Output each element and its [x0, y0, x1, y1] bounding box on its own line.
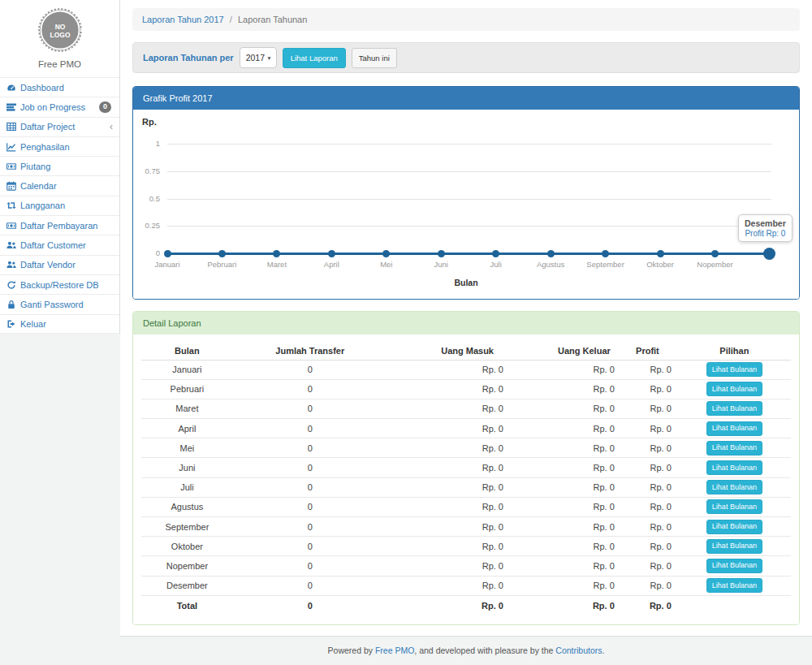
- cell-keluar: Rp. 0: [510, 477, 621, 497]
- gridline: [167, 144, 771, 145]
- sidebar-item-backup-restore-db[interactable]: Backup/Restore DB: [0, 274, 119, 294]
- refresh-icon: [6, 280, 16, 290]
- lihat-laporan-button[interactable]: Lihat Laporan: [283, 48, 346, 68]
- cell-pilihan: Lihat Bulanan: [678, 438, 791, 458]
- gridline: [167, 226, 771, 227]
- chart-point-agustus[interactable]: [547, 250, 555, 257]
- sidebar-item-label: Ganti Password: [20, 300, 84, 309]
- free-pmo-link[interactable]: Free PMO: [375, 646, 414, 655]
- count-badge: 0: [99, 101, 111, 113]
- cell-bulan: Agustus: [141, 497, 233, 516]
- chart-point-april[interactable]: [328, 250, 335, 257]
- table-header-row: BulanJumlah TransferUang MasukUang Kelua…: [141, 343, 791, 360]
- cell-keluar: Rp. 0: [510, 379, 621, 399]
- sidebar-item-label: Keluar: [20, 319, 46, 329]
- cell-pilihan: Lihat Bulanan: [678, 379, 791, 399]
- lihat-bulanan-button[interactable]: Lihat Bulanan: [706, 401, 762, 416]
- sidebar-item-daftar-pembayaran[interactable]: Daftar Pembayaran: [0, 215, 119, 235]
- lihat-bulanan-button[interactable]: Lihat Bulanan: [706, 441, 762, 456]
- chart-point-mei[interactable]: [382, 250, 390, 257]
- table-row-juni: Juni0Rp. 0Rp. 0Rp. 0Lihat Bulanan: [141, 458, 791, 477]
- lihat-bulanan-button[interactable]: Lihat Bulanan: [706, 539, 762, 554]
- x-tick-label: September: [575, 260, 637, 269]
- chart-point-juni[interactable]: [438, 250, 445, 257]
- lihat-bulanan-button[interactable]: Lihat Bulanan: [706, 520, 762, 534]
- column-header-uang-masuk: Uang Masuk: [387, 343, 510, 360]
- tooltip-title: Desember: [745, 218, 786, 228]
- cell-masuk: Rp. 0: [387, 576, 510, 595]
- cell-transfer: 0: [233, 537, 387, 556]
- cell-bulan: Maret: [141, 399, 233, 418]
- breadcrumb-link[interactable]: Laporan Tahun 2017: [142, 15, 224, 24]
- chart-point-september[interactable]: [602, 250, 609, 257]
- line-chart-icon: [6, 142, 16, 152]
- chart-point-oktober[interactable]: [657, 250, 664, 257]
- chart-point-januari[interactable]: [164, 250, 171, 257]
- sidebar-item-ganti-password[interactable]: Ganti Password: [0, 294, 119, 313]
- lihat-bulanan-button[interactable]: Lihat Bulanan: [706, 382, 762, 396]
- year-select-value: 2017: [246, 53, 265, 63]
- sidebar-menu: DashboardJob on Progress0Daftar Project‹…: [0, 77, 119, 334]
- cell-pilihan: Lihat Bulanan: [678, 360, 791, 379]
- cell-bulan: Oktober: [141, 537, 233, 556]
- sidebar-item-langganan[interactable]: Langganan: [0, 196, 119, 215]
- contributors-link[interactable]: Contributors: [555, 646, 602, 655]
- y-axis-title: Rp.: [142, 117, 157, 127]
- cell-profit: Rp. 0: [621, 379, 678, 399]
- tahun-ini-button[interactable]: Tahun ini: [352, 48, 397, 68]
- total-cell-pilihan: [678, 595, 791, 615]
- sidebar-item-daftar-project[interactable]: Daftar Project‹: [0, 117, 119, 136]
- table-icon: [6, 122, 16, 132]
- cell-masuk: Rp. 0: [387, 438, 510, 458]
- cell-pilihan: Lihat Bulanan: [678, 517, 791, 537]
- sidebar-item-job-on-progress[interactable]: Job on Progress0: [0, 97, 119, 116]
- lihat-bulanan-button[interactable]: Lihat Bulanan: [706, 480, 762, 494]
- y-tick-label: 0.75: [133, 167, 160, 175]
- y-tick-label: 0.25: [133, 222, 160, 230]
- year-select[interactable]: 2017 ▼: [240, 47, 277, 68]
- table-row-total: Total0Rp. 0Rp. 0Rp. 0: [141, 595, 791, 615]
- y-tick-label: 0.5: [133, 195, 160, 203]
- total-cell-masuk: Rp. 0: [387, 595, 510, 615]
- chart-point-maret[interactable]: [273, 250, 280, 257]
- sidebar-item-keluar[interactable]: Keluar: [0, 314, 119, 334]
- cell-keluar: Rp. 0: [510, 399, 621, 418]
- money-icon: [6, 221, 16, 231]
- chevron-left-icon: ‹: [110, 122, 113, 132]
- lihat-bulanan-button[interactable]: Lihat Bulanan: [706, 460, 762, 475]
- sidebar-item-dashboard[interactable]: Dashboard: [0, 77, 119, 97]
- gridline: [167, 171, 771, 172]
- x-tick-label: Oktober: [629, 260, 691, 269]
- lihat-bulanan-button[interactable]: Lihat Bulanan: [706, 421, 762, 436]
- table-row-desember: Desember0Rp. 0Rp. 0Rp. 0Lihat Bulanan: [141, 576, 791, 595]
- chart-point-nopember[interactable]: [711, 250, 719, 257]
- sidebar-item-penghasilan[interactable]: Penghasilan: [0, 136, 119, 156]
- users-icon: [6, 240, 16, 250]
- cell-bulan: Juni: [141, 458, 233, 477]
- cell-keluar: Rp. 0: [510, 419, 621, 438]
- cell-profit: Rp. 0: [621, 360, 678, 379]
- lihat-bulanan-button[interactable]: Lihat Bulanan: [706, 578, 762, 593]
- lihat-bulanan-button[interactable]: Lihat Bulanan: [706, 559, 762, 573]
- profit-line-chart: Rp. Bulan 00.250.50.751JanuariPebruariMa…: [133, 110, 799, 299]
- chart-point-juli[interactable]: [492, 250, 499, 257]
- cell-pilihan: Lihat Bulanan: [678, 537, 791, 556]
- sidebar-item-daftar-vendor[interactable]: Daftar Vendor: [0, 255, 119, 274]
- cell-keluar: Rp. 0: [510, 537, 621, 556]
- gridline: [167, 199, 771, 200]
- cell-keluar: Rp. 0: [510, 517, 621, 537]
- chart-point-desember[interactable]: [763, 248, 775, 260]
- chart-point-pebruari[interactable]: [218, 250, 226, 257]
- lihat-bulanan-button[interactable]: Lihat Bulanan: [706, 362, 762, 377]
- sidebar-item-daftar-customer[interactable]: Daftar Customer: [0, 235, 119, 254]
- cell-masuk: Rp. 0: [387, 497, 510, 516]
- sidebar-item-calendar[interactable]: Calendar: [0, 175, 119, 195]
- lihat-bulanan-button[interactable]: Lihat Bulanan: [706, 499, 762, 514]
- cell-pilihan: Lihat Bulanan: [678, 419, 791, 438]
- sidebar-item-piutang[interactable]: Piutang: [0, 156, 119, 175]
- cell-transfer: 0: [233, 438, 387, 458]
- table-row-juli: Juli0Rp. 0Rp. 0Rp. 0Lihat Bulanan: [141, 477, 791, 497]
- chevron-down-icon: ▼: [266, 55, 271, 61]
- x-tick-label: Maret: [246, 260, 308, 269]
- cell-masuk: Rp. 0: [387, 379, 510, 399]
